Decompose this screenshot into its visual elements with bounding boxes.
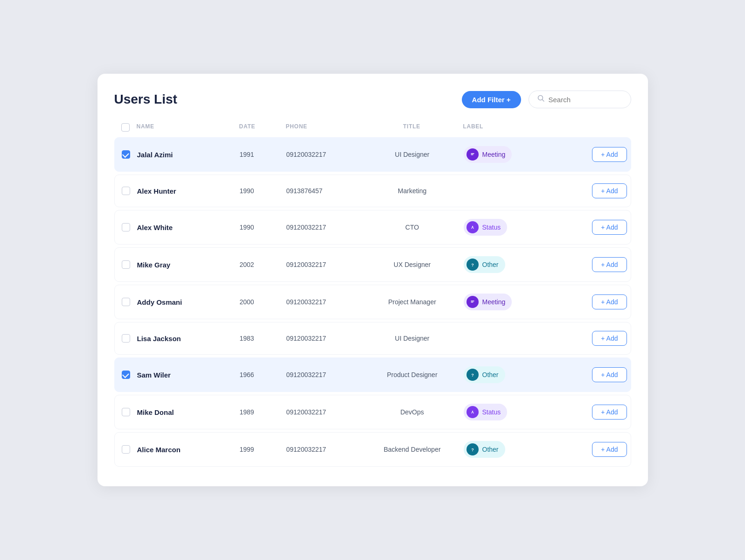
add-button[interactable]: + Add [592, 367, 627, 382]
label-text: Other [482, 371, 499, 378]
status-icon [466, 406, 479, 418]
date-cell: 2002 [240, 261, 286, 268]
title-cell: UX Designer [361, 261, 464, 268]
phone-cell: 09120032217 [286, 446, 361, 453]
table-header: NAME DATE PHONE TITLE LABEL [114, 123, 631, 137]
title-cell: UI Designer [361, 151, 464, 158]
row-checkbox[interactable] [122, 371, 130, 379]
row-checkbox[interactable] [122, 298, 130, 306]
label-cell: Meeting [464, 146, 566, 163]
title-cell: CTO [361, 224, 464, 231]
status-icon [466, 221, 479, 233]
date-cell: 1990 [240, 224, 286, 231]
label-badge: Meeting [464, 146, 512, 163]
row-checkbox[interactable] [122, 445, 130, 454]
col-header-name: NAME [137, 123, 239, 132]
label-cell: ?Other [464, 441, 566, 458]
select-all-checkbox-cell [114, 123, 137, 132]
phone-cell: 09120032217 [286, 335, 361, 342]
label-text: Other [482, 446, 499, 453]
row-checkbox[interactable] [122, 334, 130, 343]
phone-cell: 0913876457 [286, 187, 361, 195]
header-actions: Add Filter + [462, 91, 631, 108]
row-checkbox[interactable] [122, 408, 130, 416]
add-btn-cell: + Add [566, 294, 631, 309]
label-text: Status [482, 408, 501, 416]
meeting-icon [466, 148, 479, 161]
date-cell: 2000 [240, 298, 286, 306]
select-all-checkbox[interactable] [121, 123, 130, 132]
phone-cell: 09120032217 [286, 408, 361, 416]
add-btn-cell: + Add [566, 147, 631, 162]
add-btn-cell: + Add [566, 220, 631, 235]
label-badge: ?Other [464, 441, 505, 458]
label-cell: ?Other [464, 366, 566, 383]
date-cell: 1989 [240, 408, 286, 416]
checkbox-cell [115, 334, 137, 343]
phone-cell: 09120032217 [286, 371, 361, 378]
table-row: Mike Donal198909120032217DevOpsStatus+ A… [114, 395, 631, 429]
checkbox-cell [115, 445, 137, 454]
phone-cell: 09120032217 [286, 151, 361, 158]
table-row: Alex White199009120032217CTOStatus+ Add [114, 210, 631, 245]
name-cell: Alex White [137, 224, 240, 231]
svg-text:?: ? [471, 263, 474, 267]
row-checkbox[interactable] [122, 260, 130, 269]
add-btn-cell: + Add [566, 183, 631, 198]
search-box [529, 91, 631, 108]
add-btn-cell: + Add [566, 442, 631, 457]
label-text: Meeting [482, 151, 506, 158]
name-cell: Jalal Azimi [137, 151, 240, 159]
table-row: Lisa Jackson198309120032217UI Designer+ … [114, 322, 631, 355]
col-header-action [566, 123, 631, 132]
table-row: Alice Marcon199909120032217Backend Devel… [114, 432, 631, 467]
label-cell: Meeting [464, 294, 566, 310]
row-checkbox[interactable] [122, 223, 130, 231]
other-icon: ? [466, 259, 479, 271]
checkbox-cell [115, 298, 137, 306]
label-badge: Status [464, 404, 508, 420]
label-badge: Meeting [464, 294, 512, 310]
other-icon: ? [466, 443, 479, 455]
date-cell: 1966 [240, 371, 286, 378]
search-input[interactable] [549, 96, 622, 104]
label-badge: Status [464, 219, 508, 236]
other-icon: ? [466, 369, 479, 381]
svg-line-1 [542, 100, 544, 102]
users-list-card: Users List Add Filter + NAME DATE PHONE … [97, 74, 648, 486]
table-row: Addy Osmani200009120032217Project Manage… [114, 285, 631, 319]
date-cell: 1999 [240, 446, 286, 453]
add-button[interactable]: + Add [592, 405, 627, 420]
date-cell: 1983 [240, 335, 286, 342]
phone-cell: 09120032217 [286, 224, 361, 231]
name-cell: Alice Marcon [137, 446, 240, 454]
phone-cell: 09120032217 [286, 261, 361, 268]
col-header-label: LABEL [463, 123, 566, 132]
page-title: Users List [114, 92, 177, 107]
add-button[interactable]: + Add [592, 183, 627, 198]
title-cell: UI Designer [361, 335, 464, 342]
add-button[interactable]: + Add [592, 147, 627, 162]
checkbox-cell [115, 150, 137, 159]
label-text: Meeting [482, 298, 506, 306]
col-header-phone: PHONE [286, 123, 361, 132]
col-header-title: TITLE [361, 123, 463, 132]
svg-text:?: ? [471, 373, 474, 378]
row-checkbox[interactable] [122, 187, 130, 195]
page-header: Users List Add Filter + [114, 91, 631, 108]
name-cell: Mike Gray [137, 261, 240, 269]
add-button[interactable]: + Add [592, 294, 627, 309]
add-button[interactable]: + Add [592, 331, 627, 346]
svg-point-4 [472, 226, 473, 227]
add-button[interactable]: + Add [592, 442, 627, 457]
label-text: Status [482, 224, 501, 231]
date-cell: 1990 [240, 187, 286, 195]
label-cell: ?Other [464, 256, 566, 273]
add-button[interactable]: + Add [592, 257, 627, 272]
add-filter-button[interactable]: Add Filter + [462, 91, 521, 108]
add-button[interactable]: + Add [592, 220, 627, 235]
title-cell: Project Manager [361, 298, 464, 306]
add-btn-cell: + Add [566, 367, 631, 382]
row-checkbox[interactable] [122, 150, 130, 159]
table-row: Alex Hunter19900913876457Marketing+ Add [114, 175, 631, 207]
